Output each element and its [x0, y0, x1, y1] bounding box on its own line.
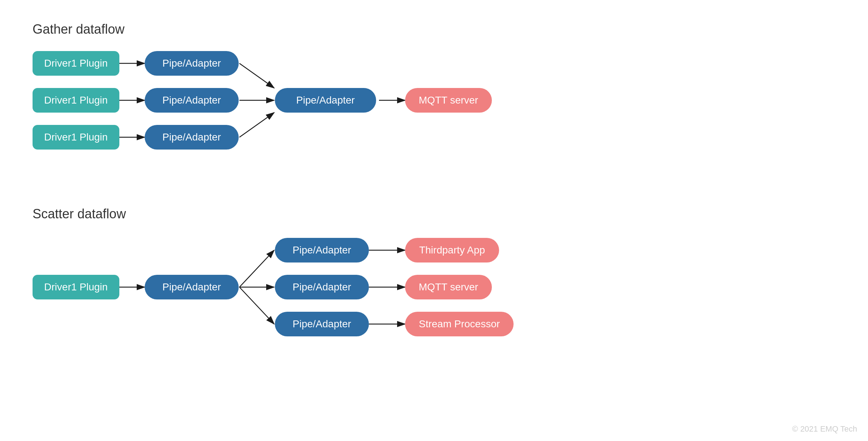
- scatter-pipe-in: Pipe/Adapter: [145, 275, 239, 299]
- scatter-stream: Stream Processor: [405, 312, 514, 336]
- svg-line-9: [239, 250, 274, 287]
- scatter-thirdparty: Thirdparty App: [405, 238, 499, 262]
- gather-driver3: Driver1 Plugin: [33, 125, 119, 150]
- gather-driver2: Driver1 Plugin: [33, 88, 119, 113]
- scatter-driver1: Driver1 Plugin: [33, 275, 119, 299]
- svg-line-11: [239, 287, 274, 324]
- scatter-pipe-top: Pipe/Adapter: [275, 238, 369, 262]
- arrows-svg: [0, 0, 868, 441]
- gather-pipe3: Pipe/Adapter: [145, 125, 239, 150]
- gather-driver1: Driver1 Plugin: [33, 51, 119, 76]
- gather-mqtt: MQTT server: [405, 88, 492, 113]
- gather-pipe2: Pipe/Adapter: [145, 88, 239, 113]
- scatter-mqtt: MQTT server: [405, 275, 492, 299]
- diagram-container: Gather dataflow Driver1 Plugin Pipe/Adap…: [0, 0, 868, 441]
- svg-line-4: [239, 63, 274, 88]
- scatter-pipe-mid: Pipe/Adapter: [275, 275, 369, 299]
- svg-line-6: [239, 113, 274, 137]
- gather-pipe-center: Pipe/Adapter: [275, 88, 376, 113]
- gather-title: Gather dataflow: [33, 22, 124, 37]
- copyright: © 2021 EMQ Tech: [792, 424, 857, 434]
- scatter-title: Scatter dataflow: [33, 206, 126, 222]
- scatter-pipe-bot: Pipe/Adapter: [275, 312, 369, 336]
- gather-pipe1: Pipe/Adapter: [145, 51, 239, 76]
